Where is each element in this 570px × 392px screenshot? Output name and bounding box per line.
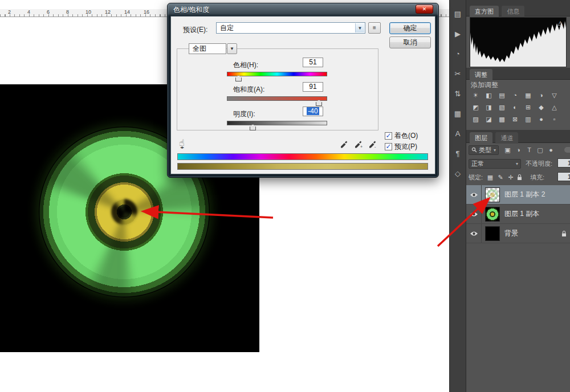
filter-shape-layers-icon[interactable]: ▢	[535, 146, 545, 154]
svg-text:+: +	[360, 145, 363, 149]
ruler-number: 8	[66, 9, 69, 15]
collapsed-panel-icon[interactable]: ¶	[452, 149, 463, 159]
tab-info[interactable]: 信息	[502, 6, 524, 17]
filter-smart-object-icon[interactable]: ●	[545, 146, 556, 153]
histogram-warning-icon[interactable]: ⚠	[557, 20, 563, 27]
adjustment-icon[interactable]: ▫	[549, 115, 559, 124]
layer-thumbnail[interactable]	[485, 187, 500, 202]
visibility-toggle[interactable]	[466, 224, 482, 243]
adjustments-tabbar: 调整	[466, 68, 570, 80]
layer-thumbnail[interactable]	[485, 226, 500, 241]
collapsed-panel-icon[interactable]: ⇅	[452, 89, 463, 99]
adjustment-icon[interactable]: ▧	[497, 103, 507, 112]
filter-pixel-layers-icon[interactable]: ▣	[502, 146, 513, 154]
lock-image-icon[interactable]: ✎	[495, 174, 506, 181]
ok-button[interactable]: 确定	[389, 22, 431, 34]
adjustment-icon[interactable]: ▤	[497, 91, 507, 100]
tab-adjustments[interactable]: 调整	[470, 69, 492, 80]
adjusted-spectrum-bar	[177, 163, 428, 170]
adjustment-icon[interactable]: ◆	[536, 103, 546, 112]
blend-mode-value: 正常	[471, 160, 484, 168]
on-image-adjustment-tool[interactable]: ☝ ◂▸	[179, 137, 193, 150]
adjustment-icon[interactable]: ◨	[484, 103, 494, 112]
channel-dropdown[interactable]: 全图	[189, 43, 226, 54]
collapsed-panel-icon[interactable]: ▤	[452, 9, 463, 19]
lock-row: 锁定: ▦ ✎ ✛ 填充: 100	[469, 172, 570, 183]
tab-histogram[interactable]: 直方图	[470, 6, 499, 17]
channel-value: 全图	[193, 44, 206, 52]
hue-label: 色相(H):	[233, 60, 258, 70]
collapsed-panel-icon[interactable]: ◇	[452, 169, 463, 179]
preset-dropdown[interactable]: 自定 ▼	[216, 22, 365, 34]
ruler-number: 14	[124, 9, 130, 15]
hue-slider-track[interactable]	[227, 72, 327, 76]
filter-type-layers-icon[interactable]: T	[524, 146, 535, 153]
adjustment-icon[interactable]: ●	[536, 115, 546, 124]
visibility-toggle[interactable]	[466, 205, 482, 223]
close-button[interactable]: ✕	[416, 5, 433, 14]
chevron-down-icon: ▼	[355, 23, 364, 32]
colorize-checkbox[interactable]: ✓ 着色(O)	[385, 131, 418, 141]
adjustment-icon[interactable]: ◐	[510, 103, 520, 112]
layer-row[interactable]: 图层 1 副本 2	[466, 185, 570, 205]
saturation-slider-track[interactable]	[227, 96, 327, 101]
fill-value-field[interactable]: 100	[557, 172, 570, 181]
adjustment-icon[interactable]: ▽	[549, 91, 559, 100]
adjustment-icon[interactable]: ▥	[523, 115, 533, 124]
preset-options-button[interactable]: ≡	[368, 22, 381, 34]
lightness-value-field[interactable]: -40	[303, 107, 323, 116]
visibility-toggle[interactable]	[466, 185, 482, 204]
collapsed-panel-icon[interactable]: ▶	[452, 29, 463, 39]
lock-all-icon[interactable]	[517, 174, 522, 181]
adjustment-icon[interactable]: △	[549, 103, 559, 112]
hue-value-field[interactable]: 51	[303, 58, 323, 67]
dialog-title[interactable]: 色相/饱和度	[173, 5, 209, 15]
eye-icon	[470, 231, 478, 236]
eyedropper-icon[interactable]	[339, 138, 349, 149]
saturation-value-field[interactable]: 91	[303, 82, 323, 92]
channel-dropdown-arrow[interactable]: ▼	[227, 43, 237, 54]
layer-thumbnail[interactable]	[485, 207, 500, 222]
blend-mode-dropdown[interactable]: 正常 ▾	[469, 159, 521, 169]
collapsed-panel-icon[interactable]: ▦	[452, 109, 463, 119]
adjustment-icon[interactable]: ▩	[497, 115, 507, 124]
adjustment-icon[interactable]: ☀	[471, 91, 481, 100]
adjustment-icon[interactable]: ◔	[510, 91, 520, 100]
lightness-slider-track[interactable]	[227, 121, 327, 125]
adjustment-icon[interactable]: ◧	[484, 91, 494, 100]
blend-row: 正常 ▾ 不透明度: 100	[469, 158, 570, 169]
svg-text:-: -	[374, 145, 376, 149]
filter-adjustment-layers-icon[interactable]: ◑	[513, 146, 524, 153]
layer-filter-type-dropdown[interactable]: 类型 ▾	[469, 145, 499, 155]
histogram-display: ⚠	[470, 17, 567, 67]
opacity-value-field[interactable]: 100	[557, 158, 570, 168]
adjustment-icon[interactable]: ▦	[523, 91, 533, 100]
layer-row[interactable]: 图层 1 副本	[466, 205, 570, 224]
ruler-number: 10	[85, 9, 91, 15]
collapsed-panel-icon[interactable]: ✂	[452, 69, 463, 79]
adjustment-icon[interactable]: ◑	[536, 91, 546, 100]
collapsed-panel-icon[interactable]: A	[452, 129, 463, 139]
layer-list: 图层 1 副本 2 图层 1 副本 背景	[466, 185, 570, 243]
checkbox-check-icon: ✓	[385, 143, 392, 150]
tab-layers[interactable]: 图层	[470, 132, 492, 144]
collapsed-panel-icon[interactable]: ◔	[452, 49, 463, 59]
tab-channels[interactable]: 通道	[495, 132, 518, 144]
fill-label: 填充:	[530, 173, 544, 182]
eyedropper-minus-icon[interactable]: -	[367, 138, 377, 149]
lock-position-icon[interactable]: ✛	[506, 174, 516, 181]
adjustment-icon[interactable]: ◪	[484, 115, 494, 124]
adjustment-icon[interactable]: ◩	[471, 103, 481, 112]
layer-row-background[interactable]: 背景	[466, 224, 570, 243]
lock-transparency-icon[interactable]: ▦	[485, 174, 495, 181]
histogram-graph	[470, 18, 566, 67]
adjustment-icon[interactable]: ⊞	[523, 103, 533, 112]
filter-switch-toggle[interactable]	[564, 147, 570, 153]
preview-checkbox[interactable]: ✓ 预览(P)	[385, 142, 417, 152]
eyedropper-plus-icon[interactable]: +	[353, 138, 363, 149]
preset-value: 自定	[220, 24, 234, 32]
adjustment-icon[interactable]: ⊠	[510, 115, 520, 124]
histogram-tabbar: 直方图 信息	[466, 0, 570, 17]
adjustment-icon[interactable]: ▨	[471, 115, 481, 124]
cancel-button[interactable]: 取消	[389, 36, 431, 48]
